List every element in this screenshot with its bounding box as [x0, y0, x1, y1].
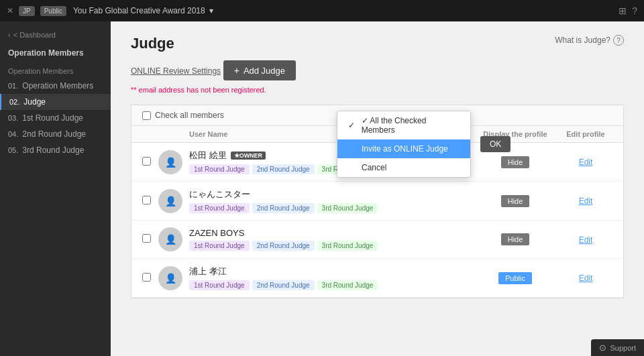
row-checkbox-2[interactable]	[142, 196, 158, 206]
tag-2nd-round-2: 2nd Round Judge	[252, 203, 315, 213]
col-spacer-avatar	[158, 130, 189, 138]
help-icon[interactable]: ?	[632, 5, 637, 16]
page-title: Judge	[131, 35, 174, 52]
row-display-2: Hide	[472, 195, 559, 207]
what-is-link[interactable]: What is Judge? ?	[555, 35, 624, 46]
breadcrumb-label: < Dashboard	[13, 31, 56, 39]
hide-button-2[interactable]: Hide	[501, 195, 530, 207]
row-edit-2: Edit	[559, 196, 612, 206]
sidebar-label-02: Judge	[23, 97, 46, 107]
sidebar-item-1st-round[interactable]: 03. 1st Round Judge	[0, 110, 111, 126]
avatar-icon-1: 👤	[165, 157, 176, 168]
dropdown-label-2: Invite as ONLINE Judge	[362, 144, 448, 154]
sidebar-section-title: Operation Members	[0, 43, 111, 62]
item-num-01: 01.	[8, 82, 18, 90]
sidebar-item-operation-members[interactable]: 01. Operation Members	[0, 78, 111, 94]
dropdown-label-1: ✓ All the Checked Members	[362, 116, 460, 135]
tag-2nd-round-1: 2nd Round Judge	[252, 164, 315, 174]
public-button-4[interactable]: Public	[498, 272, 532, 284]
row-check-3[interactable]	[142, 234, 151, 243]
dropdown-label-3: Cancel	[362, 163, 386, 172]
row-checkbox-4[interactable]	[142, 273, 158, 284]
row-avatar-1: 👤	[158, 150, 182, 174]
row-avatar-4: 👤	[158, 266, 182, 290]
avatar-icon-4: 👤	[165, 273, 176, 284]
content-area: Judge What is Judge? ? ONLINE Review Set…	[111, 21, 644, 356]
add-judge-button[interactable]: + Add Judge	[223, 60, 296, 80]
support-label: Support	[610, 344, 636, 352]
topbar-title: You Fab Global Creative Award 2018 ▾	[73, 6, 612, 15]
tag-1st-round-2: 1st Round Judge	[189, 203, 250, 213]
tag-3rd-round-4: 3rd Round Judge	[317, 280, 378, 290]
table-header-row: Check all members ✓ ✓ All the Checked Me…	[131, 105, 623, 126]
user-name-2: にゃんこスター	[189, 188, 250, 200]
calendar-icon[interactable]: ⊞	[619, 5, 627, 16]
avatar-icon-3: 👤	[165, 234, 176, 245]
dropdown-option-all-checked[interactable]: ✓ ✓ All the Checked Members	[337, 111, 470, 139]
col-spacer-check	[142, 130, 158, 138]
visibility-badge[interactable]: Public	[40, 6, 66, 16]
edit-link-3[interactable]: Edit	[579, 235, 593, 245]
row-check-4[interactable]	[142, 273, 151, 282]
row-display-3: Hide	[472, 233, 559, 245]
page-header: Judge What is Judge? ?	[131, 35, 624, 52]
row-edit-1: Edit	[559, 157, 612, 167]
edit-link-2[interactable]: Edit	[579, 196, 593, 206]
topbar-right: ⊞ ?	[619, 5, 637, 16]
dropdown-option-cancel[interactable]: Cancel	[337, 158, 470, 177]
checkmark-icon: ✓	[348, 121, 358, 130]
row-name-2: にゃんこスター	[189, 188, 472, 200]
add-judge-label: Add Judge	[244, 66, 285, 76]
check-all-checkbox[interactable]	[142, 111, 151, 120]
row-checkbox-3[interactable]	[142, 234, 158, 245]
avatar-icon-2: 👤	[165, 196, 176, 206]
table-row: 👤 にゃんこスター 1st Round Judge 2nd Round Judg…	[131, 182, 623, 221]
what-is-label: What is Judge?	[555, 36, 610, 45]
sidebar-item-2nd-round[interactable]: 04. 2nd Round Judge	[0, 126, 111, 142]
row-info-3: ZAZEN BOYS 1st Round Judge 2nd Round Jud…	[189, 228, 472, 251]
table-row: 👤 ZAZEN BOYS 1st Round Judge 2nd Round J…	[131, 221, 623, 259]
ok-button[interactable]: OK	[480, 136, 511, 152]
hide-button-3[interactable]: Hide	[501, 233, 530, 245]
row-edit-3: Edit	[559, 235, 612, 245]
sidebar-nav: Operation Members 01. Operation Members …	[0, 62, 111, 158]
dropdown-overlay: ✓ ✓ All the Checked Members Invite as ON…	[337, 111, 511, 178]
row-checkbox-1[interactable]	[142, 157, 158, 168]
dropdown-and-ok: ✓ ✓ All the Checked Members Invite as ON…	[337, 111, 511, 178]
row-check-2[interactable]	[142, 196, 151, 204]
sidebar-item-judge[interactable]: 02. Judge	[0, 94, 111, 110]
row-name-4: 浦上 孝江	[189, 265, 472, 278]
item-num-02: 02.	[9, 98, 19, 106]
judge-tags-4: 1st Round Judge 2nd Round Judge 3rd Roun…	[189, 280, 472, 290]
sidebar-label-03: 1st Round Judge	[22, 113, 83, 123]
help-circle-icon: ?	[613, 35, 624, 46]
menu-icon[interactable]: ✕	[7, 6, 13, 15]
content-panel: Judge What is Judge? ? ONLINE Review Set…	[111, 21, 644, 356]
edit-link-4[interactable]: Edit	[579, 274, 593, 283]
edit-link-1[interactable]: Edit	[579, 158, 593, 167]
dropdown-popup: ✓ ✓ All the Checked Members Invite as ON…	[337, 111, 471, 178]
check-all-container: Check all members ✓ ✓ All the Checked Me…	[142, 111, 224, 120]
row-info-2: にゃんこスター 1st Round Judge 2nd Round Judge …	[189, 188, 472, 213]
owner-badge-1: ★OWNER	[231, 152, 266, 160]
row-check-1[interactable]	[142, 157, 151, 166]
table-row: 👤 浦上 孝江 1st Round Judge 2nd Round Judge …	[131, 259, 623, 298]
row-edit-4: Edit	[559, 273, 612, 283]
tag-3rd-round-3: 3rd Round Judge	[317, 241, 378, 251]
project-title: You Fab Global Creative Award 2018	[73, 6, 205, 15]
user-name-4: 浦上 孝江	[189, 265, 227, 278]
online-review-link[interactable]: ONLINE Review Settings	[131, 66, 221, 76]
user-name-1: 松田 絵里	[189, 150, 227, 162]
row-avatar-3: 👤	[158, 227, 182, 251]
item-num-04: 04.	[8, 130, 18, 138]
chevron-icon[interactable]: ▾	[209, 6, 213, 15]
breadcrumb[interactable]: ‹ < Dashboard	[0, 27, 111, 43]
user-badge[interactable]: JP	[19, 6, 35, 16]
support-bar[interactable]: ⊙ Support	[591, 339, 644, 356]
main-layout: ‹ < Dashboard Operation Members Operatio…	[0, 21, 644, 356]
tag-1st-round-3: 1st Round Judge	[189, 241, 250, 251]
dropdown-option-invite-online[interactable]: Invite as ONLINE Judge	[337, 139, 470, 158]
check-all-label[interactable]: Check all members	[142, 111, 224, 120]
tag-1st-round-1: 1st Round Judge	[189, 164, 250, 174]
sidebar-item-3rd-round[interactable]: 05. 3rd Round Judge	[0, 142, 111, 158]
